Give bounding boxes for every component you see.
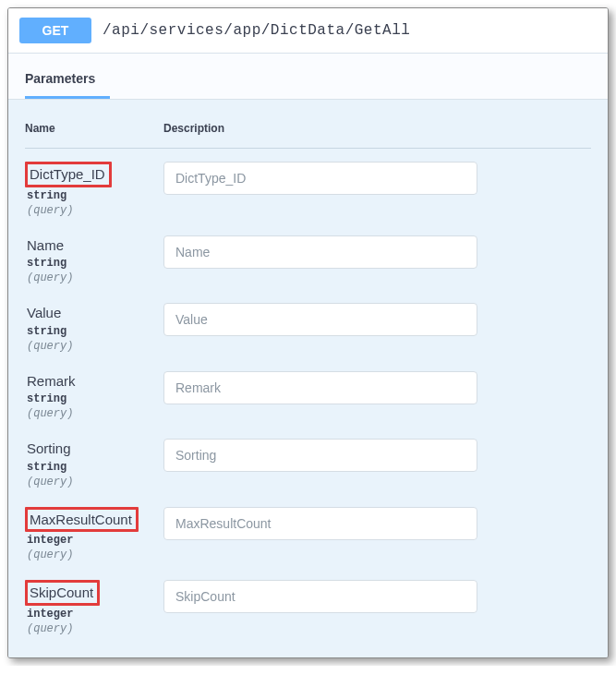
parameter-in: (query) [25, 204, 163, 217]
parameter-input-cell [163, 162, 591, 195]
parameter-row: SkipCountinteger(query) [25, 567, 591, 641]
parameter-type: string [25, 325, 163, 338]
parameter-in: (query) [25, 476, 163, 488]
parameter-name: Name [25, 235, 67, 256]
parameter-type: integer [25, 608, 163, 621]
parameter-row: Sortingstring(query) [25, 426, 591, 494]
parameter-type: string [25, 257, 163, 270]
parameter-meta: DictType_IDstring(query) [25, 162, 163, 217]
http-method-badge[interactable]: GET [19, 18, 91, 43]
parameter-in: (query) [25, 271, 163, 284]
parameter-input-cell [163, 439, 591, 472]
parameter-meta: Sortingstring(query) [25, 439, 163, 488]
parameter-type: string [25, 189, 163, 202]
tabs-bar: Parameters [8, 54, 608, 100]
parameter-input[interactable] [163, 439, 477, 472]
parameters-list: DictType_IDstring(query)Namestring(query… [25, 149, 591, 641]
endpoint-header[interactable]: GET /api/services/app/DictData/GetAll [8, 8, 608, 54]
parameter-name: Value [25, 303, 65, 323]
parameter-input[interactable] [163, 371, 477, 404]
parameter-name: MaxResultCount [25, 507, 139, 533]
parameter-row: Namestring(query) [25, 223, 591, 291]
tab-parameters[interactable]: Parameters [25, 71, 95, 99]
parameter-row: Valuestring(query) [25, 290, 591, 358]
column-header-name: Name [25, 122, 163, 135]
parameter-row: Remarkstring(query) [25, 358, 591, 427]
parameter-input-cell [163, 235, 591, 269]
parameter-type: string [25, 461, 163, 474]
parameter-row: DictType_IDstring(query) [25, 149, 591, 223]
parameter-meta: Valuestring(query) [25, 303, 163, 353]
parameter-input-cell [163, 371, 591, 404]
parameter-row: MaxResultCountinteger(query) [25, 494, 591, 568]
api-endpoint-panel: GET /api/services/app/DictData/GetAll Pa… [7, 7, 609, 658]
parameters-table-header: Name Description [25, 100, 591, 149]
parameter-input[interactable] [163, 580, 477, 613]
parameter-type: integer [25, 534, 163, 547]
column-header-description: Description [163, 122, 224, 135]
parameter-meta: Remarkstring(query) [25, 371, 163, 421]
parameter-input[interactable] [163, 162, 477, 195]
parameter-in: (query) [25, 407, 163, 420]
parameter-meta: MaxResultCountinteger(query) [25, 507, 163, 562]
endpoint-path: /api/services/app/DictData/GetAll [103, 22, 410, 39]
parameter-in: (query) [25, 622, 163, 635]
parameter-name: DictType_ID [25, 162, 112, 187]
parameter-name: SkipCount [25, 580, 100, 606]
parameter-in: (query) [25, 340, 163, 353]
parameter-input[interactable] [163, 235, 477, 269]
parameter-name: Remark [25, 371, 79, 392]
parameter-input-cell [163, 580, 591, 613]
parameter-input-cell [163, 303, 591, 336]
parameter-meta: Namestring(query) [25, 235, 163, 285]
parameters-section: Name Description DictType_IDstring(query… [8, 100, 608, 657]
parameter-in: (query) [25, 548, 163, 561]
parameter-input-cell [163, 507, 591, 540]
parameter-input[interactable] [163, 303, 477, 336]
parameter-type: string [25, 392, 163, 405]
parameter-meta: SkipCountinteger(query) [25, 580, 163, 635]
parameter-input[interactable] [163, 507, 477, 540]
parameter-name: Sorting [25, 439, 75, 459]
